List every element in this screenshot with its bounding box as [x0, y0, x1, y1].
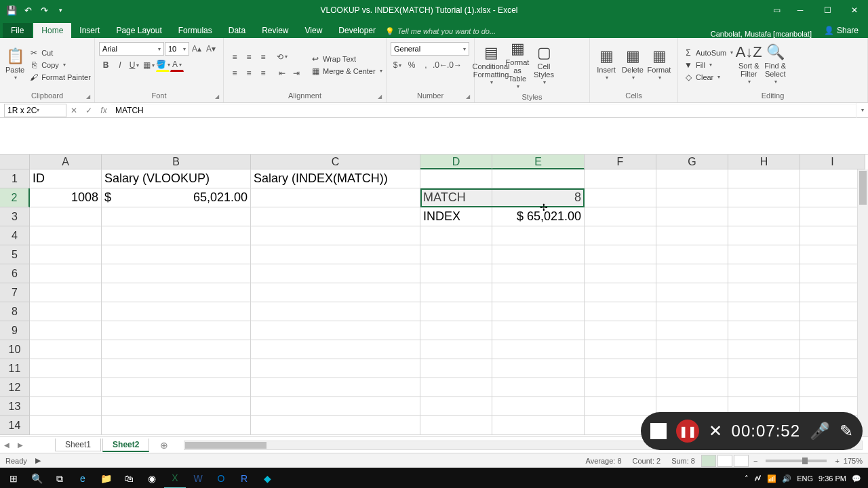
maximize-button[interactable]: ☐: [814, 0, 841, 20]
tab-formulas[interactable]: Formulas: [170, 23, 220, 38]
recorder-pen-icon[interactable]: ✎: [840, 422, 853, 441]
cell-G8[interactable]: [656, 302, 728, 321]
cell-B1[interactable]: Salary (VLOOKUP): [102, 169, 251, 188]
cell-A1[interactable]: ID: [30, 169, 102, 188]
cell-B3[interactable]: [102, 207, 251, 226]
cell-A8[interactable]: [30, 302, 102, 321]
cell-F5[interactable]: [585, 245, 656, 264]
cell-H6[interactable]: [728, 264, 800, 283]
underline-button[interactable]: U▾: [127, 58, 141, 72]
cell-E13[interactable]: [492, 397, 585, 416]
tab-view[interactable]: View: [297, 23, 331, 38]
undo-icon[interactable]: ↶: [22, 4, 34, 16]
cell-A5[interactable]: [30, 245, 102, 264]
tab-home[interactable]: Home: [33, 23, 71, 38]
zoom-thumb[interactable]: [802, 458, 808, 464]
cell-F13[interactable]: [585, 397, 656, 416]
cell-A2[interactable]: 1008: [30, 188, 102, 207]
cell-H4[interactable]: [728, 226, 800, 245]
redo-icon[interactable]: ↷: [38, 4, 50, 16]
cell-H1[interactable]: [728, 169, 800, 188]
dialog-launcher-icon[interactable]: ◢: [378, 94, 382, 100]
cell-D7[interactable]: [420, 283, 492, 302]
cell-A11[interactable]: [30, 359, 102, 378]
cell-C13[interactable]: [251, 397, 420, 416]
qat-customize-icon[interactable]: ▾: [54, 4, 66, 16]
cell-B6[interactable]: [102, 264, 251, 283]
macro-record-icon[interactable]: ▶: [35, 456, 41, 465]
cell-A3[interactable]: [30, 207, 102, 226]
cell-H8[interactable]: [728, 302, 800, 321]
cell-E3[interactable]: $ 65,021.00: [492, 207, 585, 226]
row-header-11[interactable]: 11: [0, 359, 30, 378]
row-header-1[interactable]: 1: [0, 169, 30, 188]
clock[interactable]: 9:36 PM: [818, 474, 846, 483]
cell-G3[interactable]: [656, 207, 728, 226]
sheet-tab-sheet2[interactable]: Sheet2: [102, 439, 149, 452]
col-header-C[interactable]: C: [251, 155, 420, 169]
border-button[interactable]: ▦▾: [142, 58, 155, 72]
fill-button[interactable]: ▼Fill▾: [682, 60, 734, 70]
cell-C7[interactable]: [251, 283, 420, 302]
cell-G1[interactable]: [656, 169, 728, 188]
align-bottom-icon[interactable]: ≡: [256, 50, 270, 64]
cell-C3[interactable]: [251, 207, 420, 226]
save-icon[interactable]: 💾: [5, 4, 18, 16]
cell-H12[interactable]: [728, 378, 800, 397]
align-middle-icon[interactable]: ≡: [242, 50, 256, 64]
column-headers[interactable]: ABCDEFGHI: [30, 155, 865, 169]
cell-B2[interactable]: $65,021.00: [102, 188, 251, 207]
row-header-5[interactable]: 5: [0, 245, 30, 264]
cell-A13[interactable]: [30, 397, 102, 416]
autosum-button[interactable]: ΣAutoSum▾: [682, 47, 734, 58]
align-top-icon[interactable]: ≡: [228, 50, 241, 64]
cell-A4[interactable]: [30, 226, 102, 245]
clear-button[interactable]: ◇Clear▾: [682, 72, 734, 83]
cell-E12[interactable]: [492, 378, 585, 397]
cell-E1[interactable]: [492, 169, 585, 188]
tab-insert[interactable]: Insert: [71, 23, 108, 38]
cell-C9[interactable]: [251, 321, 420, 340]
cell-D10[interactable]: [420, 340, 492, 359]
font-size-combo[interactable]: 10▾: [165, 42, 189, 56]
tell-me-search[interactable]: Tell me what you want to do...: [384, 24, 504, 38]
cell-A14[interactable]: [30, 416, 102, 435]
task-view-icon[interactable]: ⧉: [49, 468, 71, 488]
cell-H3[interactable]: [728, 207, 800, 226]
tab-page-layout[interactable]: Page Layout: [108, 23, 170, 38]
cell-E7[interactable]: [492, 283, 585, 302]
cell-B8[interactable]: [102, 302, 251, 321]
cell-F3[interactable]: [585, 207, 656, 226]
system-tray[interactable]: ˄ 🗲 📶 🔊 ENG 9:36 PM 💬: [741, 474, 865, 483]
cell-D2[interactable]: MATCH: [420, 188, 492, 207]
font-name-combo[interactable]: Arial▾: [99, 42, 164, 56]
cell-D9[interactable]: [420, 321, 492, 340]
cell-C1[interactable]: Salary (INDEX(MATCH)): [251, 169, 420, 188]
close-button[interactable]: ✕: [841, 0, 868, 20]
cell-F11[interactable]: [585, 359, 656, 378]
dialog-launcher-icon[interactable]: ◢: [215, 94, 219, 100]
accounting-format-icon[interactable]: $▾: [391, 58, 404, 72]
row-header-3[interactable]: 3: [0, 207, 30, 226]
cell-H10[interactable]: [728, 340, 800, 359]
cell-C8[interactable]: [251, 302, 420, 321]
zoom-slider[interactable]: [766, 460, 827, 462]
cell-F6[interactable]: [585, 264, 656, 283]
increase-decimal-icon[interactable]: .0←: [433, 58, 447, 72]
cell-F7[interactable]: [585, 283, 656, 302]
cell-B5[interactable]: [102, 245, 251, 264]
cell-I1[interactable]: [800, 169, 865, 188]
recorder-close-button[interactable]: ✕: [709, 422, 722, 441]
cell-C5[interactable]: [251, 245, 420, 264]
zoom-level[interactable]: 175%: [844, 457, 863, 465]
col-header-H[interactable]: H: [728, 155, 800, 169]
font-color-button[interactable]: A▾: [170, 58, 184, 72]
find-select-button[interactable]: 🔍Find & Select▾: [763, 43, 787, 87]
row-header-8[interactable]: 8: [0, 302, 30, 321]
add-sheet-button[interactable]: ⊕: [151, 439, 178, 452]
cell-E8[interactable]: [492, 302, 585, 321]
align-left-icon[interactable]: ≡: [228, 66, 241, 80]
ribbon-display-icon[interactable]: ▭: [766, 0, 787, 20]
notifications-icon[interactable]: 💬: [852, 474, 861, 483]
share-button[interactable]: 👤Share: [817, 23, 865, 38]
